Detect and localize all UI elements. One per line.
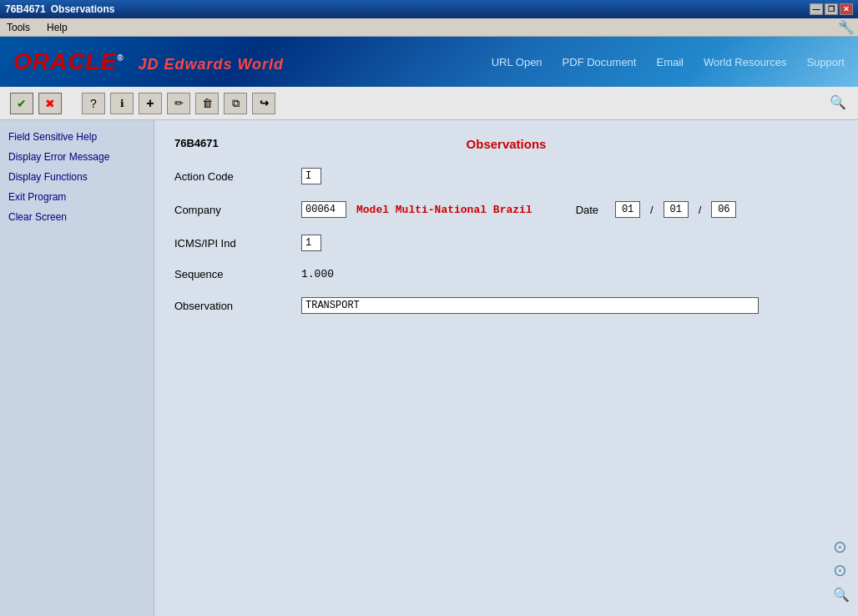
oracle-header: ORACLE® JD Edwards World URL Open PDF Do… (0, 37, 858, 87)
oracle-logo: ORACLE® JD Edwards World (13, 48, 284, 75)
sequence-label: Sequence (174, 268, 291, 280)
menu-tools[interactable]: Tools (3, 20, 33, 35)
icms-ipi-row: ICMS/IPI Ind (174, 235, 838, 251)
observation-input[interactable] (301, 297, 759, 314)
cancel-button[interactable]: ✖ (38, 93, 62, 114)
sidebar-item-display-error-message[interactable]: Display Error Message (0, 147, 154, 167)
copy-button[interactable]: ⧉ (224, 93, 247, 114)
add-button[interactable]: + (139, 93, 162, 114)
sidebar-item-display-functions[interactable]: Display Functions (0, 167, 154, 187)
bottom-search-icon[interactable]: 🔍 (833, 587, 850, 603)
action-code-row: Action Code (174, 168, 838, 184)
main-container: Field Sensitive Help Display Error Messa… (0, 120, 858, 616)
sidebar: Field Sensitive Help Display Error Messa… (0, 120, 154, 616)
program-id-title: 76B4671 (5, 3, 46, 15)
observation-label: Observation (174, 300, 291, 312)
icms-ipi-input[interactable] (301, 235, 321, 251)
jde-text: JD Edwards World (138, 56, 284, 73)
restore-button[interactable]: ❐ (825, 3, 838, 15)
nav-links: URL Open PDF Document Email World Resour… (492, 56, 845, 68)
title-bar: 76B4671 Observations — ❐ ✕ (0, 0, 858, 18)
nav-world-resources[interactable]: World Resources (704, 56, 786, 68)
title-bar-left: 76B4671 Observations (5, 3, 114, 15)
date-day-input[interactable] (664, 201, 689, 218)
nav-support[interactable]: Support (806, 56, 845, 68)
nav-pdf-document[interactable]: PDF Document (563, 56, 637, 68)
company-row: Company Model Multi-National Brazil Date… (174, 201, 838, 218)
logo-area: ORACLE® JD Edwards World (13, 48, 284, 75)
menu-help[interactable]: Help (43, 20, 71, 35)
date-label: Date (576, 204, 598, 216)
toolbar-search-icon[interactable]: 🔍 (830, 94, 848, 113)
date-sep-2: / (699, 204, 702, 216)
company-label: Company (174, 204, 291, 216)
content-area: 76B4671 Observations Action Code Company… (154, 120, 858, 616)
toolbar: ✔ ✖ ? ℹ + ✏ 🗑 ⧉ ↪ 🔍 (0, 87, 858, 120)
scroll-up-icon[interactable]: ⊙ (833, 537, 850, 557)
menu-icon[interactable]: 🔧 (838, 19, 855, 35)
sidebar-item-clear-screen[interactable]: Clear Screen (0, 207, 154, 227)
menu-bar: Tools Help 🔧 (0, 18, 858, 37)
ok-button[interactable]: ✔ (10, 93, 33, 114)
bottom-icons: ⊙ ⊙ 🔍 (833, 537, 850, 603)
delete-button[interactable]: 🗑 (195, 93, 219, 114)
window-title: Observations (51, 3, 115, 15)
nav-email[interactable]: Email (656, 56, 684, 68)
form-program-id: 76B4671 (174, 137, 219, 149)
title-bar-controls: — ❐ ✕ (810, 3, 853, 15)
date-sep-1: / (650, 204, 654, 216)
edit-button[interactable]: ✏ (167, 93, 190, 114)
sidebar-item-field-sensitive-help[interactable]: Field Sensitive Help (0, 127, 154, 147)
close-button[interactable]: ✕ (840, 3, 853, 15)
icms-ipi-label: ICMS/IPI Ind (174, 237, 291, 250)
company-input[interactable] (301, 201, 346, 218)
minimize-button[interactable]: — (810, 3, 823, 15)
date-month-input[interactable] (615, 201, 640, 218)
action-code-label: Action Code (174, 170, 291, 183)
info-button[interactable]: ℹ (110, 93, 134, 114)
sequence-row: Sequence 1.000 (174, 268, 838, 280)
sidebar-item-exit-program[interactable]: Exit Program (0, 187, 154, 207)
nav-url-open[interactable]: URL Open (492, 56, 543, 68)
sequence-value: 1.000 (301, 268, 334, 280)
help-button[interactable]: ? (82, 93, 105, 114)
form-title: Observations (174, 137, 838, 151)
oracle-text: ORACLE (13, 48, 117, 74)
company-name: Model Multi-National Brazil (356, 204, 532, 216)
paste-button[interactable]: ↪ (252, 93, 275, 114)
scroll-down-icon[interactable]: ⊙ (833, 560, 850, 580)
date-year-input[interactable] (711, 201, 736, 218)
observation-row: Observation (174, 297, 838, 314)
action-code-input[interactable] (301, 168, 321, 184)
